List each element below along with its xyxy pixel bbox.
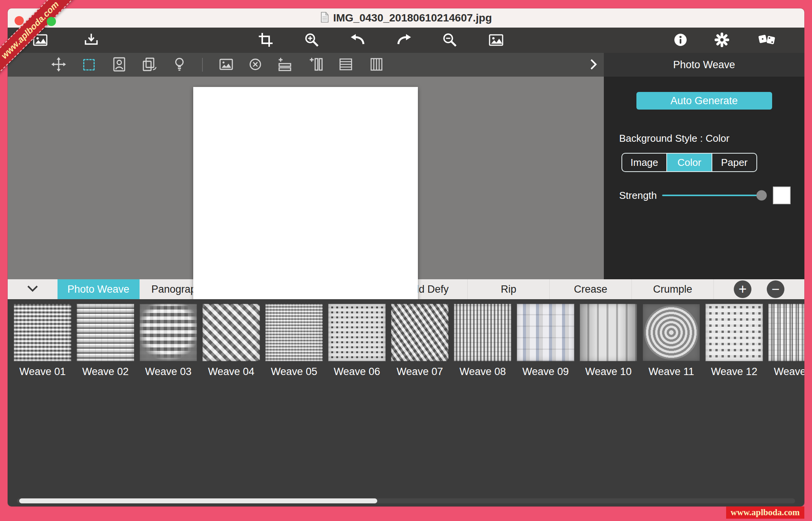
collapse-panel-button[interactable] bbox=[586, 57, 601, 72]
redo-button[interactable] bbox=[395, 32, 414, 49]
auto-generate-button[interactable]: Auto Generate bbox=[636, 92, 772, 110]
maximize-button[interactable] bbox=[47, 17, 56, 26]
preset-thumbnail[interactable]: Weave 02 bbox=[77, 304, 134, 506]
strength-slider-knob[interactable] bbox=[756, 190, 767, 201]
remove-button[interactable]: − bbox=[767, 280, 784, 298]
selection-icon bbox=[83, 59, 95, 70]
toolbar-divider bbox=[202, 58, 203, 72]
zoom-in-icon bbox=[304, 32, 319, 49]
info-button[interactable] bbox=[671, 32, 690, 49]
export-button[interactable] bbox=[82, 32, 100, 49]
weave-pattern-preview bbox=[14, 304, 71, 361]
weave-pattern-preview bbox=[391, 304, 449, 361]
preset-thumbnail[interactable]: Weave 05 bbox=[265, 304, 323, 506]
chevron-right-icon bbox=[588, 58, 598, 72]
duplicate-tool-button[interactable] bbox=[141, 57, 157, 72]
weave-pattern-preview bbox=[517, 304, 574, 361]
image-icon bbox=[488, 32, 504, 49]
preset-label: Weave 07 bbox=[396, 366, 443, 378]
preset-thumbnail[interactable]: Weave 09 bbox=[517, 304, 574, 506]
portrait-tool-button[interactable] bbox=[112, 57, 127, 72]
preset-label: Weave 05 bbox=[271, 366, 317, 378]
app-window: IMG_0430_20180610214607.jpg bbox=[8, 8, 804, 506]
remove-image-button[interactable] bbox=[248, 57, 263, 72]
preset-thumbnail[interactable]: Weave 04 bbox=[202, 304, 260, 506]
weave-pattern-preview bbox=[768, 304, 804, 361]
content-row: Auto Generate Background Style : Color I… bbox=[8, 77, 804, 279]
randomize-button[interactable] bbox=[758, 32, 776, 49]
undo-button[interactable] bbox=[348, 32, 367, 49]
image-placeholder-button[interactable] bbox=[219, 57, 234, 72]
preset-label: Weave 09 bbox=[522, 366, 569, 378]
portrait-icon bbox=[112, 57, 127, 73]
move-icon bbox=[51, 57, 66, 73]
add-button[interactable]: + bbox=[734, 280, 751, 298]
crop-button[interactable] bbox=[256, 32, 275, 49]
background-color-swatch[interactable] bbox=[773, 187, 791, 204]
preset-thumbnail[interactable]: Weave 13 bbox=[768, 304, 804, 506]
preset-thumbnail[interactable]: Weave 06 bbox=[328, 304, 386, 506]
preset-thumbnail[interactable]: Weave 12 bbox=[705, 304, 763, 506]
preset-label: Weave 01 bbox=[19, 366, 66, 378]
export-icon bbox=[84, 32, 99, 49]
tab-rip[interactable]: Rip bbox=[468, 279, 550, 299]
weave-pattern-preview bbox=[643, 304, 700, 361]
move-tool-button[interactable] bbox=[51, 57, 66, 72]
circle-x-icon bbox=[248, 57, 263, 73]
strength-slider[interactable] bbox=[662, 195, 765, 196]
strength-label: Strength bbox=[619, 190, 657, 202]
rows-layout-button[interactable] bbox=[338, 57, 353, 72]
tab-controls: + − bbox=[714, 279, 804, 299]
weave-pattern-preview bbox=[705, 304, 763, 361]
main-toolbar bbox=[8, 28, 804, 53]
preset-thumbnail[interactable]: Weave 07 bbox=[391, 304, 449, 506]
dice-icon bbox=[758, 32, 776, 49]
redo-icon bbox=[396, 32, 413, 49]
horizontal-scrollbar[interactable] bbox=[19, 498, 377, 503]
side-panel: Auto Generate Background Style : Color I… bbox=[604, 77, 804, 279]
chevron-down-icon bbox=[26, 285, 39, 294]
weave-pattern-preview bbox=[202, 304, 260, 361]
add-row-button[interactable] bbox=[277, 57, 293, 72]
preset-label: Weave 08 bbox=[459, 366, 506, 378]
preset-label: Weave 06 bbox=[334, 366, 380, 378]
document-icon bbox=[320, 11, 329, 25]
watermark-bottom: www.aplboda.com bbox=[726, 506, 804, 519]
hint-button[interactable] bbox=[172, 57, 187, 72]
preset-label: Weave 10 bbox=[585, 366, 631, 378]
tab-crease[interactable]: Crease bbox=[550, 279, 632, 299]
background-style-segmented-control: Image Color Paper bbox=[621, 153, 757, 172]
segment-color[interactable]: Color bbox=[666, 154, 711, 171]
strength-row: Strength bbox=[619, 187, 791, 204]
segment-image[interactable]: Image bbox=[622, 154, 666, 171]
weave-pattern-preview bbox=[77, 304, 134, 361]
zoom-in-button[interactable] bbox=[302, 32, 321, 49]
preset-thumbnail[interactable]: Weave 03 bbox=[140, 304, 197, 506]
panel-title: Photo Weave bbox=[673, 59, 735, 71]
tab-crumple[interactable]: Crumple bbox=[632, 279, 714, 299]
tab-photo-weave[interactable]: Photo Weave bbox=[58, 279, 140, 299]
presets-strip: Weave 01 Weave 02 Weave 03 Weave 04 Weav… bbox=[8, 299, 804, 506]
add-column-icon bbox=[308, 57, 324, 73]
canvas-area bbox=[8, 77, 604, 279]
preset-label: Weave 02 bbox=[82, 366, 128, 378]
zoom-out-button[interactable] bbox=[441, 32, 459, 49]
preview-image-button[interactable] bbox=[487, 32, 505, 49]
crop-icon bbox=[258, 32, 273, 49]
scrollbar-track[interactable] bbox=[17, 498, 795, 503]
segment-paper[interactable]: Paper bbox=[712, 154, 756, 171]
preset-thumbnail[interactable]: Weave 11 bbox=[643, 304, 700, 506]
secondary-toolbar-row: Photo Weave bbox=[8, 53, 804, 77]
preset-thumbnail[interactable]: Weave 10 bbox=[580, 304, 637, 506]
weave-pattern-preview bbox=[580, 304, 637, 361]
preset-thumbnail[interactable]: Weave 01 bbox=[14, 304, 71, 506]
select-tool-button[interactable] bbox=[81, 57, 97, 72]
columns-layout-button[interactable] bbox=[369, 57, 384, 72]
settings-button[interactable] bbox=[713, 32, 731, 49]
add-column-button[interactable] bbox=[308, 57, 324, 72]
preset-label: Weave 03 bbox=[145, 366, 191, 378]
undo-icon bbox=[349, 32, 366, 49]
close-button[interactable] bbox=[15, 16, 24, 25]
collapse-strip-button[interactable] bbox=[8, 279, 58, 299]
preset-thumbnail[interactable]: Weave 08 bbox=[454, 304, 511, 506]
